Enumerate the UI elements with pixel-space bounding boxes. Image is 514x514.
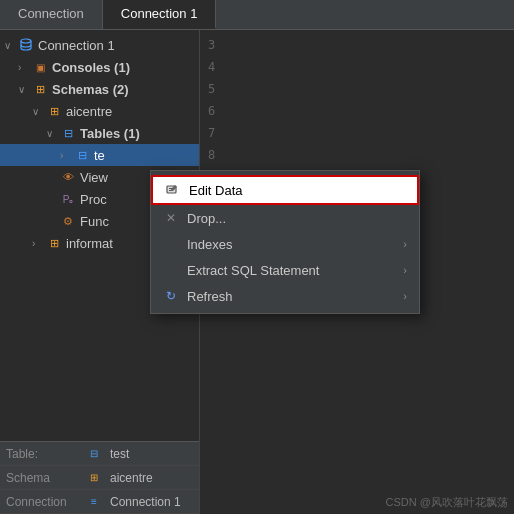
- information-label: informat: [66, 236, 113, 251]
- schema-icon: ⊞: [46, 235, 62, 251]
- connection-status-value: ≡ Connection 1: [86, 494, 181, 510]
- procs-label: Proc: [80, 192, 107, 207]
- aicentre-label: aicentre: [66, 104, 112, 119]
- menu-item-refresh[interactable]: ↻ Refresh ›: [151, 283, 419, 309]
- context-menu: Edit Data ✕ Drop... Indexes › Extract SQ…: [150, 170, 420, 314]
- arrow-icon: ›: [32, 238, 46, 249]
- line-8: 8: [208, 144, 506, 166]
- drop-icon: ✕: [163, 210, 179, 226]
- arrow-icon: ›: [18, 62, 32, 73]
- tree-item-tables[interactable]: ∨ ⊟ Tables (1): [0, 122, 199, 144]
- line-3: 3: [208, 34, 506, 56]
- funcs-label: Func: [80, 214, 109, 229]
- tree-item-aicentre[interactable]: ∨ ⊞ aicentre: [0, 100, 199, 122]
- refresh-icon: ↻: [163, 288, 179, 304]
- menu-item-edit-data[interactable]: Edit Data: [151, 175, 419, 205]
- arrow-right-icon: ›: [403, 290, 407, 302]
- extract-icon: [163, 262, 179, 278]
- line-7: 7: [208, 122, 506, 144]
- arrow-icon: ∨: [46, 128, 60, 139]
- connection1-label: Connection 1: [38, 38, 115, 53]
- view-icon: 👁: [60, 169, 76, 185]
- table-status-label: Table:: [6, 447, 86, 461]
- schema-icon-small: ⊞: [86, 470, 102, 486]
- menu-item-drop[interactable]: ✕ Drop...: [151, 205, 419, 231]
- schemas-label: Schemas (2): [52, 82, 129, 97]
- indexes-label: Indexes: [187, 237, 233, 252]
- connection-value: Connection 1: [110, 495, 181, 509]
- line-6: 6: [208, 100, 506, 122]
- edit-icon: [165, 182, 181, 198]
- tree-item-schemas[interactable]: ∨ ⊞ Schemas (2): [0, 78, 199, 100]
- proc-icon: Pₒ: [60, 191, 76, 207]
- tables-label: Tables (1): [80, 126, 140, 141]
- refresh-label: Refresh: [187, 289, 233, 304]
- arrow-icon: ∨: [32, 106, 46, 117]
- menu-item-extract-sql[interactable]: Extract SQL Statement ›: [151, 257, 419, 283]
- tab-connection[interactable]: Connection: [0, 0, 103, 29]
- edit-data-label: Edit Data: [189, 183, 242, 198]
- tab-connection1[interactable]: Connection 1: [103, 0, 217, 29]
- table-icon: ⊟: [74, 147, 90, 163]
- table-status-value: ⊟ test: [86, 446, 129, 462]
- table-status-row: Table: ⊟ test: [0, 442, 199, 466]
- tab-bar: Connection Connection 1: [0, 0, 514, 30]
- test-label: te: [94, 148, 105, 163]
- line-5: 5: [208, 78, 506, 100]
- connection-status-row: Connection ≡ Connection 1: [0, 490, 199, 514]
- schema-status-value: ⊞ aicentre: [86, 470, 153, 486]
- schema-status-label: Schema: [6, 471, 86, 485]
- drop-label: Drop...: [187, 211, 226, 226]
- menu-item-indexes[interactable]: Indexes ›: [151, 231, 419, 257]
- table-icon: ⊟: [60, 125, 76, 141]
- tree-item-test[interactable]: › ⊟ te: [0, 144, 199, 166]
- db-icon: [18, 37, 34, 53]
- connection-status-label: Connection: [6, 495, 86, 509]
- console-icon: ▣: [32, 59, 48, 75]
- views-label: View: [80, 170, 108, 185]
- line-numbers: 3 4 5 6 7 8: [208, 34, 506, 166]
- tree-item-consoles[interactable]: › ▣ Consoles (1): [0, 56, 199, 78]
- indexes-icon: [163, 236, 179, 252]
- db-icon-small: ≡: [86, 494, 102, 510]
- arrow-icon: ∨: [4, 40, 18, 51]
- schema-icon: ⊞: [46, 103, 62, 119]
- svg-point-0: [21, 39, 31, 43]
- table-value: test: [110, 447, 129, 461]
- line-4: 4: [208, 56, 506, 78]
- table-icon-small: ⊟: [86, 446, 102, 462]
- arrow-icon: ›: [60, 150, 74, 161]
- arrow-right-icon: ›: [403, 238, 407, 250]
- extract-sql-label: Extract SQL Statement: [187, 263, 319, 278]
- watermark: CSDN @风吹落叶花飘荡: [386, 495, 508, 510]
- schema-value: aicentre: [110, 471, 153, 485]
- arrow-right-icon: ›: [403, 264, 407, 276]
- schema-icon: ⊞: [32, 81, 48, 97]
- schema-status-row: Schema ⊞ aicentre: [0, 466, 199, 490]
- func-icon: ⚙: [60, 213, 76, 229]
- tree-item-connection1[interactable]: ∨ Connection 1: [0, 34, 199, 56]
- arrow-icon: ∨: [18, 84, 32, 95]
- consoles-label: Consoles (1): [52, 60, 130, 75]
- status-bar: Table: ⊟ test Schema ⊞ aicentre Connecti…: [0, 441, 199, 514]
